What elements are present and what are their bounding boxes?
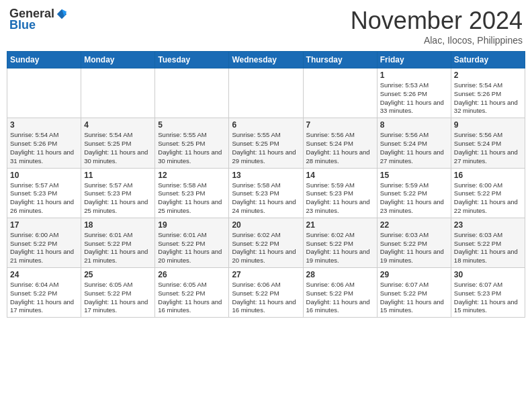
calendar-cell: 7Sunrise: 5:56 AMSunset: 5:24 PMDaylight…: [303, 118, 377, 168]
day-number: 16: [454, 171, 522, 180]
day-info: Sunrise: 6:05 AMSunset: 5:22 PMDaylight:…: [84, 281, 152, 315]
day-info: Sunrise: 6:07 AMSunset: 5:23 PMDaylight:…: [454, 281, 522, 315]
calendar-cell: 9Sunrise: 5:56 AMSunset: 5:24 PMDaylight…: [451, 118, 525, 168]
day-number: 14: [306, 171, 374, 180]
day-info: Sunrise: 5:58 AMSunset: 5:23 PMDaylight:…: [232, 181, 300, 216]
calendar-header-row: SundayMondayTuesdayWednesdayThursdayFrid…: [7, 52, 525, 68]
calendar-week-row: 3Sunrise: 5:54 AMSunset: 5:26 PMDaylight…: [7, 118, 525, 168]
day-number: 26: [158, 270, 226, 279]
day-info: Sunrise: 6:05 AMSunset: 5:22 PMDaylight:…: [158, 281, 226, 315]
calendar-cell: 24Sunrise: 6:04 AMSunset: 5:22 PMDayligh…: [7, 268, 81, 318]
day-info: Sunrise: 5:59 AMSunset: 5:22 PMDaylight:…: [380, 181, 448, 216]
column-header-monday: Monday: [81, 52, 155, 68]
day-info: Sunrise: 6:02 AMSunset: 5:22 PMDaylight:…: [232, 231, 300, 265]
day-info: Sunrise: 5:53 AMSunset: 5:26 PMDaylight:…: [380, 81, 448, 116]
day-info: Sunrise: 5:57 AMSunset: 5:23 PMDaylight:…: [10, 181, 78, 216]
day-number: 18: [84, 220, 152, 230]
day-number: 23: [454, 220, 522, 230]
day-number: 12: [158, 171, 226, 180]
day-info: Sunrise: 5:54 AMSunset: 5:25 PMDaylight:…: [84, 131, 152, 165]
column-header-tuesday: Tuesday: [155, 52, 229, 68]
day-info: Sunrise: 6:02 AMSunset: 5:22 PMDaylight:…: [306, 231, 374, 265]
calendar-cell: 10Sunrise: 5:57 AMSunset: 5:23 PMDayligh…: [7, 168, 81, 218]
calendar-cell: 29Sunrise: 6:07 AMSunset: 5:22 PMDayligh…: [377, 268, 451, 318]
day-number: 3: [10, 120, 78, 130]
calendar-cell: 26Sunrise: 6:05 AMSunset: 5:22 PMDayligh…: [155, 268, 229, 318]
logo: General Blue: [9, 7, 68, 32]
day-number: 9: [454, 120, 522, 130]
calendar-week-row: 17Sunrise: 6:00 AMSunset: 5:22 PMDayligh…: [7, 218, 525, 267]
day-number: 30: [454, 270, 522, 279]
column-header-wednesday: Wednesday: [229, 52, 303, 68]
day-info: Sunrise: 5:54 AMSunset: 5:26 PMDaylight:…: [454, 81, 522, 116]
day-info: Sunrise: 5:59 AMSunset: 5:23 PMDaylight:…: [306, 181, 374, 216]
calendar-cell: [229, 68, 303, 118]
day-number: 25: [84, 270, 152, 279]
day-info: Sunrise: 5:56 AMSunset: 5:24 PMDaylight:…: [306, 131, 374, 165]
calendar-cell: 4Sunrise: 5:54 AMSunset: 5:25 PMDaylight…: [81, 118, 155, 168]
calendar-week-row: 1Sunrise: 5:53 AMSunset: 5:26 PMDaylight…: [7, 68, 525, 118]
day-info: Sunrise: 5:55 AMSunset: 5:25 PMDaylight:…: [158, 131, 226, 165]
day-number: 4: [84, 120, 152, 130]
day-info: Sunrise: 5:57 AMSunset: 5:23 PMDaylight:…: [84, 181, 152, 216]
day-number: 15: [380, 171, 448, 180]
calendar-cell: 1Sunrise: 5:53 AMSunset: 5:26 PMDaylight…: [377, 68, 451, 118]
calendar-cell: 28Sunrise: 6:06 AMSunset: 5:22 PMDayligh…: [303, 268, 377, 318]
calendar-cell: [155, 68, 229, 118]
day-number: 6: [232, 120, 300, 130]
calendar-table: SundayMondayTuesdayWednesdayThursdayFrid…: [7, 51, 525, 318]
calendar-cell: 2Sunrise: 5:54 AMSunset: 5:26 PMDaylight…: [451, 68, 525, 118]
day-info: Sunrise: 5:54 AMSunset: 5:26 PMDaylight:…: [10, 131, 78, 165]
column-header-thursday: Thursday: [303, 52, 377, 68]
calendar-cell: [81, 68, 155, 118]
column-header-friday: Friday: [377, 52, 451, 68]
day-info: Sunrise: 6:00 AMSunset: 5:22 PMDaylight:…: [10, 231, 78, 265]
logo-blue-text: Blue: [9, 18, 36, 32]
calendar-cell: 23Sunrise: 6:03 AMSunset: 5:22 PMDayligh…: [451, 218, 525, 267]
column-header-sunday: Sunday: [7, 52, 81, 68]
day-number: 17: [10, 220, 78, 230]
calendar-cell: 17Sunrise: 6:00 AMSunset: 5:22 PMDayligh…: [7, 218, 81, 267]
calendar-cell: 11Sunrise: 5:57 AMSunset: 5:23 PMDayligh…: [81, 168, 155, 218]
day-info: Sunrise: 5:58 AMSunset: 5:23 PMDaylight:…: [158, 181, 226, 216]
day-number: 5: [158, 120, 226, 130]
day-number: 8: [380, 120, 448, 130]
day-info: Sunrise: 6:04 AMSunset: 5:22 PMDaylight:…: [10, 281, 78, 315]
calendar-cell: 27Sunrise: 6:06 AMSunset: 5:22 PMDayligh…: [229, 268, 303, 318]
day-number: 11: [84, 171, 152, 180]
calendar-cell: 14Sunrise: 5:59 AMSunset: 5:23 PMDayligh…: [303, 168, 377, 218]
title-section: November 2024 Alac, Ilocos, Philippines: [351, 7, 523, 46]
day-info: Sunrise: 6:06 AMSunset: 5:22 PMDaylight:…: [232, 281, 300, 315]
day-info: Sunrise: 5:56 AMSunset: 5:24 PMDaylight:…: [380, 131, 448, 165]
day-number: 13: [232, 171, 300, 180]
day-number: 7: [306, 120, 374, 130]
calendar-cell: 8Sunrise: 5:56 AMSunset: 5:24 PMDaylight…: [377, 118, 451, 168]
day-number: 19: [158, 220, 226, 230]
calendar-cell: 25Sunrise: 6:05 AMSunset: 5:22 PMDayligh…: [81, 268, 155, 318]
calendar-cell: 5Sunrise: 5:55 AMSunset: 5:25 PMDaylight…: [155, 118, 229, 168]
calendar-cell: 12Sunrise: 5:58 AMSunset: 5:23 PMDayligh…: [155, 168, 229, 218]
calendar-cell: 21Sunrise: 6:02 AMSunset: 5:22 PMDayligh…: [303, 218, 377, 267]
day-info: Sunrise: 6:00 AMSunset: 5:22 PMDaylight:…: [454, 181, 522, 216]
calendar-cell: 30Sunrise: 6:07 AMSunset: 5:23 PMDayligh…: [451, 268, 525, 318]
column-header-saturday: Saturday: [451, 52, 525, 68]
day-number: 21: [306, 220, 374, 230]
day-info: Sunrise: 6:01 AMSunset: 5:22 PMDaylight:…: [84, 231, 152, 265]
calendar-cell: 13Sunrise: 5:58 AMSunset: 5:23 PMDayligh…: [229, 168, 303, 218]
calendar-week-row: 10Sunrise: 5:57 AMSunset: 5:23 PMDayligh…: [7, 168, 525, 218]
day-number: 1: [380, 71, 448, 80]
calendar-cell: [7, 68, 81, 118]
day-info: Sunrise: 6:06 AMSunset: 5:22 PMDaylight:…: [306, 281, 374, 315]
calendar-cell: 3Sunrise: 5:54 AMSunset: 5:26 PMDaylight…: [7, 118, 81, 168]
day-info: Sunrise: 6:03 AMSunset: 5:22 PMDaylight:…: [380, 231, 448, 265]
day-number: 28: [306, 270, 374, 279]
calendar-cell: 16Sunrise: 6:00 AMSunset: 5:22 PMDayligh…: [451, 168, 525, 218]
day-info: Sunrise: 5:56 AMSunset: 5:24 PMDaylight:…: [454, 131, 522, 165]
day-number: 22: [380, 220, 448, 230]
month-title: November 2024: [351, 7, 523, 35]
calendar-cell: 20Sunrise: 6:02 AMSunset: 5:22 PMDayligh…: [229, 218, 303, 267]
calendar-cell: 15Sunrise: 5:59 AMSunset: 5:22 PMDayligh…: [377, 168, 451, 218]
calendar-cell: 6Sunrise: 5:55 AMSunset: 5:25 PMDaylight…: [229, 118, 303, 168]
day-info: Sunrise: 6:07 AMSunset: 5:22 PMDaylight:…: [380, 281, 448, 315]
calendar-cell: 18Sunrise: 6:01 AMSunset: 5:22 PMDayligh…: [81, 218, 155, 267]
